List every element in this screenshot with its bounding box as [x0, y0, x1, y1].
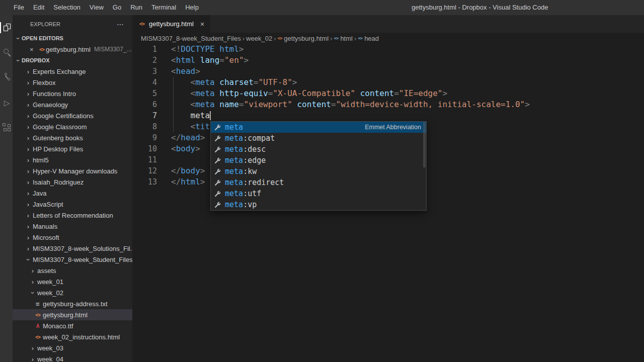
breadcrumb-week_02[interactable]: week_02	[246, 35, 272, 42]
code-line-3[interactable]: 3<head>	[132, 66, 644, 77]
close-icon[interactable]: ×	[200, 20, 204, 28]
vscode-window: FileEditSelectionViewGoRunTerminalHelp g…	[0, 0, 644, 362]
tree-file-week_02_instructions.html[interactable]: <>week_02_instructions.html	[13, 331, 132, 342]
menu-go[interactable]: Go	[108, 0, 126, 15]
breadcrumb-MISM3307_8-week_Student_Files[interactable]: MISM3307_8-week_Student_Files	[141, 35, 241, 42]
tree-folder-Hyper-V Manager downloads[interactable]: ›Hyper-V Manager downloads	[13, 165, 132, 176]
menu-help[interactable]: Help	[181, 0, 203, 15]
suggestion-match-text: meta	[225, 123, 243, 132]
tree-folder-Microsoft[interactable]: ›Microsoft	[13, 232, 132, 243]
tree-folder-assets[interactable]: ›assets	[13, 265, 132, 276]
suggestion-rest-text: :kw	[243, 167, 257, 176]
tree-folder-Letters of Recommendation[interactable]: ›Letters of Recommendation	[13, 210, 132, 221]
suggestion-meta[interactable]: metaEmmet Abbreviation	[211, 122, 426, 133]
tree-item-label: Flexbox	[33, 79, 56, 86]
explorer-icon[interactable]	[2, 22, 12, 33]
tree-folder-Experts Exchange[interactable]: ›Experts Exchange	[13, 66, 132, 77]
suggestion-meta:desc[interactable]: meta:desc	[211, 144, 426, 155]
tree-folder-week_03[interactable]: ›week_03	[13, 342, 132, 353]
tree-folder-Java[interactable]: ›Java	[13, 188, 132, 199]
suggestion-match-text: meta	[225, 156, 243, 165]
tree-folder-JavaScript[interactable]: ›JavaScript	[13, 199, 132, 210]
chevron-right-icon: ›	[25, 90, 32, 98]
tree-folder-Google Classroom[interactable]: ›Google Classroom	[13, 121, 132, 132]
explorer-title: EXPLORER	[30, 21, 60, 27]
tree-file-gettysburg.html[interactable]: <>gettysburg.html	[13, 309, 132, 320]
tree-folder-MISM3307_8-week_Solutions_Fil...[interactable]: ›MISM3307_8-week_Solutions_Fil...	[13, 243, 132, 254]
tree-item-label: assets	[37, 267, 56, 275]
tree-folder-week_02[interactable]: ›week_02	[13, 287, 132, 298]
tree-folder-Gutenberg books[interactable]: ›Gutenberg books	[13, 132, 132, 143]
menu-view[interactable]: View	[85, 0, 108, 15]
breadcrumb-gettysburg.html[interactable]: <>gettysburg.html	[277, 35, 329, 42]
suggestion-meta:edge[interactable]: meta:edge	[211, 155, 426, 166]
tree-folder-MISM3307_8-week_Student_Files[interactable]: ›MISM3307_8-week_Student_Files	[13, 254, 132, 265]
indent-guide	[173, 77, 174, 132]
tree-item-label: gettysburg-address.txt	[43, 300, 108, 308]
line-number: 2	[132, 55, 157, 66]
menu-edit[interactable]: Edit	[29, 0, 49, 15]
menu-terminal[interactable]: Terminal	[147, 0, 181, 15]
chevron-down-icon: ›	[15, 35, 22, 42]
tree-file-Monaco.ttf[interactable]: AMonaco.ttf	[13, 320, 132, 331]
tree-folder-html5[interactable]: ›html5	[13, 154, 132, 165]
code-line-6[interactable]: 6 <meta name="viewport" content="width=d…	[132, 99, 644, 110]
code-line-1[interactable]: 1<!DOCTYPE html>	[132, 44, 644, 55]
breadcrumb-label: MISM3307_8-week_Student_Files	[141, 35, 241, 42]
breadcrumb-head[interactable]: <>head	[358, 35, 379, 42]
chevron-right-icon: ›	[25, 212, 32, 219]
line-content: <!DOCTYPE html>	[171, 44, 244, 55]
emmet-abbreviation-icon	[213, 135, 221, 142]
code-line-2[interactable]: 2<html lang="en">	[132, 55, 644, 66]
source-control-icon[interactable]	[2, 72, 12, 83]
tree-folder-Genaeology[interactable]: ›Genaeology	[13, 99, 132, 110]
line-number: 11	[132, 154, 157, 165]
font-file-icon: A	[34, 323, 42, 329]
html-file-icon: <>	[38, 47, 46, 52]
suggestion-meta:compat[interactable]: meta:compat	[211, 133, 426, 144]
tree-item-label: JavaScript	[33, 201, 63, 208]
chevron-right-icon: ›	[25, 190, 32, 197]
tree-folder-Flexbox[interactable]: ›Flexbox	[13, 77, 132, 88]
tree-file-gettysburg-address.txt[interactable]: ≡gettysburg-address.txt	[13, 298, 132, 309]
suggest-scrollbar[interactable]	[423, 122, 426, 167]
suggestion-match-text: meta	[225, 145, 243, 154]
chevron-right-icon: ›	[25, 123, 32, 131]
breadcrumb-html[interactable]: <>html	[334, 35, 353, 42]
more-actions-icon[interactable]: ⋯	[117, 20, 124, 28]
open-editor-item[interactable]: × <> gettysburg.html MISM3307_...	[13, 44, 132, 55]
line-content: <meta name="viewport" content="width=dev…	[171, 99, 530, 110]
tree-folder-Manuals[interactable]: ›Manuals	[13, 221, 132, 232]
dropbox-label: DROPBOX	[22, 57, 50, 63]
dropbox-section-header[interactable]: › DROPBOX	[13, 55, 132, 66]
menu-run[interactable]: Run	[126, 0, 147, 15]
tree-item-label: week_02	[37, 289, 63, 297]
code-line-7[interactable]: 7 meta	[132, 110, 644, 121]
menu-selection[interactable]: Selection	[49, 0, 85, 15]
code-line-4[interactable]: 4 <meta charset="UTF-8">	[132, 77, 644, 88]
tree-folder-week_01[interactable]: ›week_01	[13, 276, 132, 287]
search-icon[interactable]	[2, 47, 12, 58]
tree-item-label: Monaco.ttf	[43, 322, 73, 330]
tree-item-label: MISM3307_8-week_Student_Files	[33, 256, 132, 263]
tree-item-label: Letters of Recommendation	[33, 212, 113, 219]
line-number: 1	[132, 44, 157, 55]
tree-folder-Google Certifications[interactable]: ›Google Certifications	[13, 110, 132, 121]
menu-file[interactable]: File	[9, 0, 29, 15]
tab-gettysburg-html[interactable]: <> gettysburg.html ×	[132, 15, 210, 33]
extensions-icon[interactable]	[2, 123, 12, 134]
tree-folder-Functions Intro[interactable]: ›Functions Intro	[13, 88, 132, 99]
close-icon[interactable]: ×	[30, 46, 38, 53]
explorer-sidebar: EXPLORER ⋯ › OPEN EDITORS × <> gettysbur…	[13, 15, 132, 362]
code-line-5[interactable]: 5 <meta http-equiv="X-UA-Compatible" con…	[132, 88, 644, 99]
suggestion-meta:vp[interactable]: meta:vp	[211, 199, 426, 210]
tree-folder-HP Desktop Files[interactable]: ›HP Desktop Files	[13, 143, 132, 154]
emmet-abbreviation-icon	[213, 179, 221, 186]
suggestion-meta:redirect[interactable]: meta:redirect	[211, 177, 426, 188]
suggestion-meta:kw[interactable]: meta:kw	[211, 166, 426, 177]
run-debug-icon[interactable]: ▷	[2, 98, 12, 109]
suggestion-meta:utf[interactable]: meta:utf	[211, 188, 426, 199]
tree-folder-Isaiah_Rodriguez[interactable]: ›Isaiah_Rodriguez	[13, 176, 132, 188]
open-editors-section-header[interactable]: › OPEN EDITORS	[13, 33, 132, 44]
tree-folder-week_04[interactable]: ›week_04	[13, 353, 132, 362]
